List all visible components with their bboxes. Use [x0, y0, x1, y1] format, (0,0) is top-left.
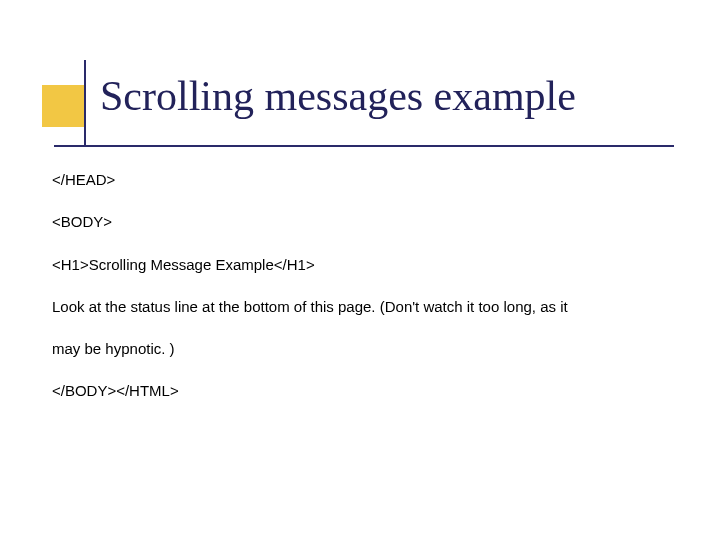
accent-square: [42, 85, 84, 127]
code-line: <H1>Scrolling Message Example</H1>: [52, 255, 660, 275]
vertical-rule: [84, 60, 86, 145]
body-text: Look at the status line at the bottom of…: [52, 297, 660, 317]
horizontal-rule: [54, 145, 674, 147]
body-text: may be hypnotic. ): [52, 339, 660, 359]
code-line: </HEAD>: [52, 170, 660, 190]
slide-decoration: [42, 85, 86, 147]
code-line: <BODY>: [52, 212, 660, 232]
slide-title: Scrolling messages example: [100, 72, 576, 120]
slide-body: </HEAD> <BODY> <H1>Scrolling Message Exa…: [52, 170, 660, 424]
code-line: </BODY></HTML>: [52, 381, 660, 401]
